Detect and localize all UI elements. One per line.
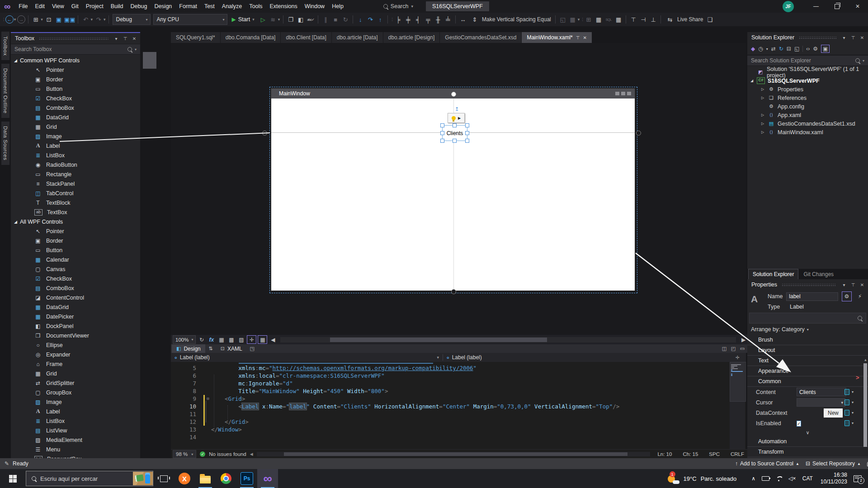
toolbox-item[interactable]: ☑ CheckBox bbox=[11, 274, 140, 283]
align-tops-icon[interactable]: ╤ bbox=[424, 14, 433, 24]
align-centers-icon[interactable]: ╪ bbox=[404, 14, 413, 24]
toolbox-item[interactable]: ▦ DataGrid bbox=[11, 302, 140, 312]
toolbox-item[interactable]: ≣ ListBox bbox=[11, 150, 140, 160]
pin-icon[interactable]: ⊤ bbox=[850, 35, 856, 40]
editor-zoom-dropdown[interactable]: 98 % ▾ bbox=[173, 450, 196, 458]
menu-item[interactable]: Debug bbox=[127, 0, 151, 13]
editor-minimap-scrollbar[interactable] bbox=[730, 362, 745, 449]
window-menu-icon[interactable]: ▾ bbox=[841, 35, 847, 40]
spell-check-icon[interactable]: abc✓ bbox=[306, 14, 315, 24]
property-section-header[interactable]: Common bbox=[747, 376, 868, 387]
chevron-down-icon[interactable]: ▾ bbox=[852, 421, 854, 425]
toolbox-item[interactable]: ▨ MediaElement bbox=[11, 435, 140, 445]
dropdown-caret-icon[interactable]: ▾ bbox=[41, 17, 43, 22]
code-line[interactable]: 8 Title="MainWindow" Height="450" Width=… bbox=[171, 387, 746, 395]
toolbox-item[interactable]: ▭ Button bbox=[11, 84, 140, 94]
taskbar-search-input[interactable]: Escriu aquí per cercar bbox=[26, 471, 153, 486]
menu-item[interactable]: File bbox=[15, 0, 31, 13]
search-box[interactable]: Search ▾ bbox=[379, 3, 418, 9]
pin-icon[interactable]: ⊤ bbox=[122, 36, 128, 41]
menu-item[interactable]: View bbox=[48, 0, 68, 13]
undo-icon[interactable]: ↶ bbox=[81, 14, 90, 24]
document-tab[interactable]: SQLQuery1.sql* ⊤ ✕ bbox=[171, 32, 220, 43]
wifi-icon[interactable] bbox=[776, 476, 782, 481]
save-icon[interactable]: ▣ bbox=[54, 14, 63, 24]
menu-item[interactable]: Analyze bbox=[218, 0, 245, 13]
chevron-down-icon[interactable]: ▾ bbox=[766, 47, 768, 51]
restore-button[interactable] bbox=[826, 0, 847, 13]
resize-handle[interactable] bbox=[440, 139, 444, 143]
scroll-left-icon[interactable]: ◀ bbox=[250, 452, 253, 456]
dropdown-caret-icon[interactable]: ▾ bbox=[578, 17, 580, 22]
keyboard-language-indicator[interactable]: CAT bbox=[802, 475, 813, 482]
tree-item[interactable]: ⚙ App.config bbox=[747, 102, 868, 111]
properties-icon[interactable]: ⚙ bbox=[813, 46, 818, 52]
toolbox-item[interactable]: ▣ Border bbox=[11, 236, 140, 245]
find-in-files-icon[interactable]: ❐ bbox=[286, 14, 295, 24]
redo-icon[interactable]: ↷ bbox=[94, 14, 103, 24]
property-section-header[interactable]: Brush bbox=[747, 335, 868, 345]
property-section-header[interactable]: Layout bbox=[747, 345, 868, 356]
breadcrumb[interactable]: ‹› Label (label) ▾ bbox=[171, 353, 443, 362]
size-to-grid-icon[interactable]: ▦ bbox=[568, 14, 577, 24]
align-lefts-icon[interactable]: ╞ bbox=[394, 14, 403, 24]
artboard-background-icon[interactable]: ▨ bbox=[237, 336, 245, 343]
effects-toggle-icon[interactable]: fx bbox=[207, 336, 216, 343]
tree-item[interactable]: ▷ ⟨⟩ MainWindow.xaml bbox=[747, 128, 868, 136]
expand-more-chevron[interactable]: ∨ bbox=[747, 428, 868, 436]
expander-icon[interactable]: ▷ bbox=[760, 96, 765, 100]
expander-icon[interactable]: ◢ bbox=[750, 79, 754, 83]
select-repository-button[interactable]: ⊟ Select Repository ▲ bbox=[806, 460, 861, 467]
wpf-designer-surface[interactable]: MainWindow Clients bbox=[171, 43, 746, 335]
refresh-icon[interactable]: ↻ bbox=[779, 46, 783, 52]
toolbox-item[interactable]: ⇄ GridSplitter bbox=[11, 378, 140, 388]
popout-icon[interactable]: ◳ bbox=[248, 345, 257, 352]
taskbar-app-button[interactable]: Ps bbox=[236, 469, 257, 488]
expander-icon[interactable]: ▷ bbox=[760, 122, 765, 126]
toolbox-item[interactable]: ab TextBox bbox=[11, 207, 140, 217]
side-tab[interactable]: Data Sources bbox=[1, 122, 9, 165]
pin-icon[interactable]: ⊤ bbox=[850, 282, 856, 287]
side-tab[interactable]: Document Outline bbox=[1, 64, 9, 118]
toolbox-item[interactable]: ○ Ellipse bbox=[11, 340, 140, 350]
expander-icon[interactable]: ▷ bbox=[760, 113, 765, 117]
step-out-icon[interactable]: ↑ bbox=[376, 14, 385, 24]
menu-item[interactable]: Test bbox=[201, 0, 218, 13]
live-share-button[interactable]: ⇆Live Share bbox=[665, 14, 703, 24]
properties-search-input[interactable] bbox=[749, 313, 866, 324]
line-ending-indicator[interactable]: CRLF bbox=[727, 451, 748, 457]
toolbox-item[interactable]: ◫ TabControl bbox=[11, 188, 140, 198]
dropdown-caret-icon[interactable]: ▾ bbox=[278, 17, 280, 22]
weather-widget[interactable]: 1 19°C Parc. soleado bbox=[667, 473, 737, 484]
sync-with-active-document-icon[interactable]: ⇄ bbox=[771, 46, 776, 52]
menu-item[interactable]: Extensions bbox=[266, 0, 301, 13]
property-section-header[interactable]: Text bbox=[747, 356, 868, 366]
solution-explorer-header[interactable]: Solution Explorer ▾ ⊤ ✕ bbox=[747, 32, 868, 43]
menu-item[interactable]: Tools bbox=[245, 0, 266, 13]
tree-item[interactable]: ▷ ▤ GestioComandesDataSet1.xsd bbox=[747, 119, 868, 128]
pending-changes-filter-icon[interactable]: ◷ bbox=[758, 46, 763, 52]
solution-explorer-search-input[interactable]: Search Solution Explorer ▾ bbox=[747, 55, 868, 66]
toolbox-item[interactable]: ▢ Canvas bbox=[11, 264, 140, 274]
feedback-pencil-icon[interactable]: ✎ bbox=[5, 460, 9, 467]
minimize-button[interactable]: — bbox=[806, 0, 826, 13]
right-anchor-icon[interactable] bbox=[636, 131, 641, 136]
toolbox-item[interactable]: ◎ Expander bbox=[11, 350, 140, 359]
scroll-right-icon[interactable]: ▶ bbox=[739, 336, 748, 343]
show-all-files-icon[interactable]: ◱ bbox=[794, 46, 799, 52]
action-center-icon[interactable]: 2 bbox=[854, 475, 862, 482]
tree-item[interactable]: ▷ ⟨⟩ App.xaml bbox=[747, 111, 868, 119]
document-tab[interactable]: dbo.article [Data] ⊤ ✕ bbox=[332, 32, 383, 43]
new-datacontext-button[interactable]: New bbox=[824, 408, 843, 418]
side-tab[interactable]: Toolbox bbox=[1, 32, 9, 60]
designer-zoom-dropdown[interactable]: 100% ▾ bbox=[173, 335, 196, 344]
sql-results-icon[interactable]: SQL bbox=[604, 14, 613, 24]
scrollbar-thumb[interactable] bbox=[863, 363, 867, 447]
snap-grid-icon[interactable]: ▩ bbox=[227, 336, 236, 343]
resize-handle[interactable] bbox=[440, 131, 444, 135]
chevron-down-icon[interactable]: ▾ bbox=[852, 411, 854, 415]
refresh-designer-icon[interactable]: ↻ bbox=[197, 336, 206, 343]
toolbox-search-input[interactable]: Search Toolbox ▾ bbox=[11, 44, 140, 55]
step-into-icon[interactable]: ↓ bbox=[356, 14, 365, 24]
property-marker-icon[interactable] bbox=[844, 389, 849, 395]
